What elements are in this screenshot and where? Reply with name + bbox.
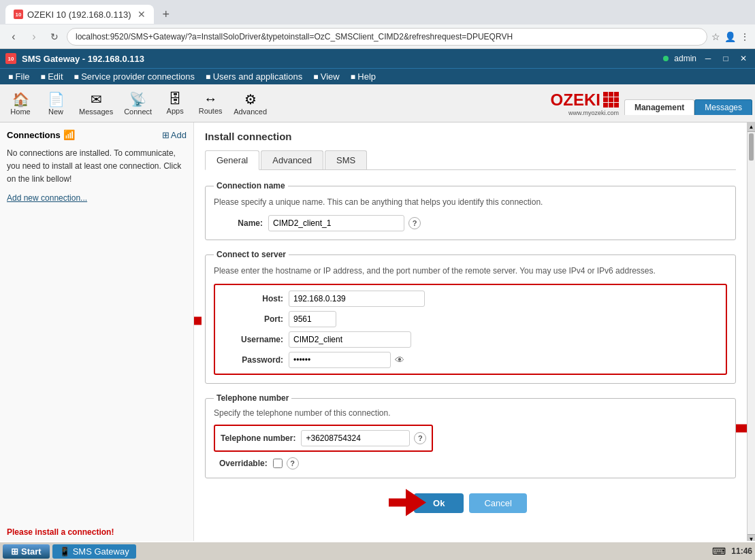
sms-icon: 📱 bbox=[59, 546, 70, 557]
new-label: New bbox=[48, 108, 63, 116]
new-tab-button[interactable]: + bbox=[157, 7, 175, 22]
address-bar[interactable] bbox=[67, 28, 707, 46]
sidebar-footer: Please install a connection! bbox=[7, 527, 187, 537]
scroll-up-button[interactable]: ▲ bbox=[748, 122, 755, 132]
eye-icon[interactable]: 👁 bbox=[395, 355, 404, 365]
maximize-button[interactable]: □ bbox=[720, 52, 732, 65]
sidebar: Connections 📶 ⊞ Add No connections are i… bbox=[0, 122, 194, 544]
svg-marker-2 bbox=[389, 489, 426, 516]
name-row: Name: ? bbox=[214, 215, 727, 231]
close-tab-icon[interactable]: ✕ bbox=[138, 9, 146, 20]
ozeki-logo: OZEKI www.myozeki.com bbox=[551, 90, 619, 116]
clock: 11:46 bbox=[731, 546, 752, 556]
port-input[interactable] bbox=[289, 311, 336, 327]
apps-icon: 🗄 bbox=[168, 91, 182, 107]
button-row: Ok Cancel bbox=[414, 493, 527, 513]
browser-tab[interactable]: 10 OZEKI 10 (192.168.0.113) ✕ bbox=[5, 5, 154, 24]
connect-icon: 📡 bbox=[129, 91, 146, 108]
toolbar-new-button[interactable]: 📄 New bbox=[38, 87, 74, 120]
main-layout: Connections 📶 ⊞ Add No connections are i… bbox=[0, 122, 755, 544]
tab-advanced[interactable]: Advanced bbox=[261, 150, 323, 169]
svg-marker-0 bbox=[194, 307, 202, 334]
scrollbar[interactable]: ▲ ▼ bbox=[747, 122, 755, 544]
profile-icon[interactable]: 👤 bbox=[724, 31, 736, 42]
telephone-legend: Telephone number bbox=[214, 393, 291, 403]
scroll-thumb[interactable] bbox=[749, 133, 754, 161]
close-button[interactable]: ✕ bbox=[737, 52, 750, 65]
sms-gateway-taskbar[interactable]: 📱 SMS Gateway bbox=[52, 544, 136, 559]
routes-icon: ↔ bbox=[204, 91, 217, 107]
messages-icon: ✉ bbox=[91, 91, 102, 108]
svg-marker-1 bbox=[736, 414, 747, 442]
apps-label: Apps bbox=[167, 107, 184, 115]
messages-label: Messages bbox=[79, 108, 113, 116]
start-button[interactable]: ⊞ Start bbox=[3, 544, 50, 559]
menu-item-file[interactable]: ■ File bbox=[3, 70, 35, 83]
management-tab[interactable]: Management bbox=[624, 99, 694, 115]
menu-item-view[interactable]: ■ View bbox=[308, 70, 345, 83]
start-label: Start bbox=[21, 546, 42, 557]
refresh-button[interactable]: ↻ bbox=[46, 29, 63, 45]
admin-label: admin bbox=[674, 54, 696, 63]
messages-tab[interactable]: Messages bbox=[694, 99, 752, 115]
overridable-row: Overridable: ? bbox=[219, 457, 727, 470]
add-button[interactable]: ⊞ Add bbox=[162, 130, 187, 140]
telephone-desc: Specify the telephone number of this con… bbox=[214, 408, 727, 418]
telephone-highlight: Telephone number: ? bbox=[214, 425, 433, 452]
telephone-input[interactable] bbox=[301, 430, 410, 446]
new-icon: 📄 bbox=[48, 91, 65, 108]
menu-item-users[interactable]: ■ Users and applications bbox=[200, 70, 308, 83]
taskbar: ⊞ Start 📱 SMS Gateway ⌨ 11:46 bbox=[0, 541, 755, 560]
name-input[interactable] bbox=[268, 215, 404, 231]
minimize-button[interactable]: ─ bbox=[702, 52, 714, 65]
keyboard-icon: ⌨ bbox=[712, 546, 726, 557]
forward-button[interactable]: › bbox=[26, 29, 42, 45]
app-titlebar-right: admin ─ □ ✕ bbox=[663, 52, 750, 65]
sidebar-title: Connections 📶 bbox=[7, 129, 75, 140]
start-icon: ⊞ bbox=[11, 546, 18, 557]
tab-sms[interactable]: SMS bbox=[325, 150, 367, 169]
right-arrow-indicator bbox=[736, 413, 747, 445]
advanced-icon: ⚙ bbox=[244, 91, 257, 108]
telephone-help-button[interactable]: ? bbox=[414, 432, 426, 444]
app-title-text: SMS Gateway - 192.168.0.113 bbox=[22, 54, 144, 64]
status-indicator bbox=[663, 56, 669, 61]
app-title: 10 SMS Gateway - 192.168.0.113 bbox=[5, 53, 144, 64]
sms-gateway-label: SMS Gateway bbox=[73, 546, 129, 557]
toolbar-connect-button[interactable]: 📡 Connect bbox=[118, 87, 157, 120]
toolbar-messages-button[interactable]: ✉ Messages bbox=[74, 87, 118, 120]
bookmark-icon[interactable]: ☆ bbox=[711, 31, 720, 42]
toolbar: 🏠 Home 📄 New ✉ Messages 📡 Connect 🗄 Apps… bbox=[0, 84, 755, 122]
overridable-checkbox[interactable] bbox=[273, 459, 283, 468]
name-label: Name: bbox=[214, 218, 268, 228]
add-new-connection-link[interactable]: Add new connection... bbox=[7, 193, 187, 203]
toolbar-advanced-button[interactable]: ⚙ Advanced bbox=[228, 87, 272, 120]
host-row: Host: bbox=[221, 291, 720, 307]
app-titlebar: 10 SMS Gateway - 192.168.0.113 admin ─ □… bbox=[0, 49, 755, 68]
port-row: Port: bbox=[221, 311, 720, 327]
password-input[interactable] bbox=[289, 352, 391, 368]
menu-item-edit[interactable]: ■ Edit bbox=[35, 70, 69, 83]
menu-item-help[interactable]: ■ Help bbox=[345, 70, 381, 83]
browser-nav-bar: ‹ › ↻ ☆ 👤 ⋮ bbox=[0, 24, 755, 49]
home-label: Home bbox=[10, 108, 30, 116]
connection-name-section: Connection name Please specify a unique … bbox=[205, 181, 736, 240]
name-help-button[interactable]: ? bbox=[408, 217, 421, 229]
username-input[interactable] bbox=[289, 331, 411, 348]
back-button[interactable]: ‹ bbox=[5, 29, 22, 45]
host-input[interactable] bbox=[289, 291, 425, 307]
tab-general[interactable]: General bbox=[205, 150, 259, 170]
toolbar-apps-button[interactable]: 🗄 Apps bbox=[157, 87, 193, 120]
cancel-button[interactable]: Cancel bbox=[469, 493, 526, 513]
menu-icon[interactable]: ⋮ bbox=[740, 31, 750, 42]
add-icon: ⊞ bbox=[162, 130, 170, 140]
menu-item-service[interactable]: ■ Service provider connections bbox=[69, 70, 201, 83]
toolbar-home-button[interactable]: 🏠 Home bbox=[3, 87, 38, 120]
telephone-section: Telephone number Specify the telephone n… bbox=[205, 393, 736, 478]
toolbar-routes-button[interactable]: ↔ Routes bbox=[193, 87, 228, 120]
content-area: Install connection General Advanced SMS … bbox=[194, 122, 747, 544]
routes-label: Routes bbox=[199, 107, 223, 115]
ok-arrow-indicator bbox=[389, 487, 426, 519]
overridable-help-button[interactable]: ? bbox=[287, 457, 299, 470]
connect-server-desc: Please enter the hostname or IP address,… bbox=[214, 265, 727, 277]
